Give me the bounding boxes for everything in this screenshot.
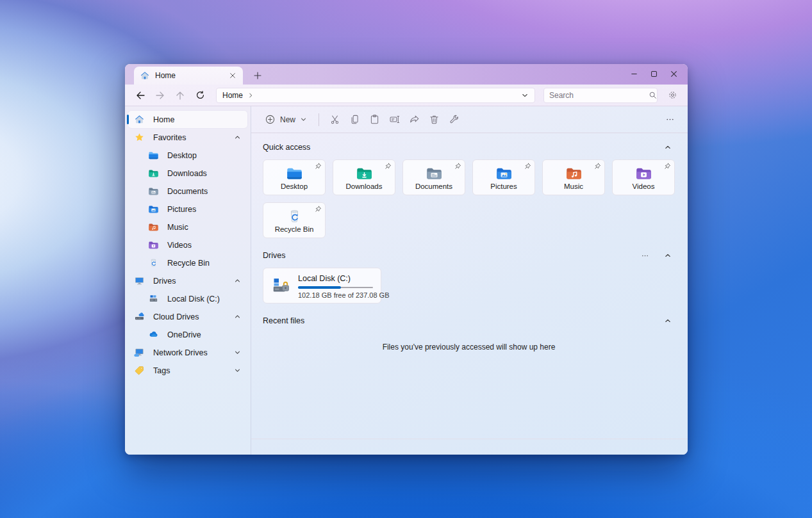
sidebar-item-label: Music xyxy=(167,223,188,232)
address-bar[interactable]: Home xyxy=(216,88,535,103)
quick-access-card-desktop[interactable]: Desktop xyxy=(263,159,326,195)
maximize-icon[interactable] xyxy=(644,65,664,82)
sidebar-item-home[interactable]: Home xyxy=(128,111,247,128)
chevron-up-icon[interactable] xyxy=(234,134,241,141)
chevron-down-icon[interactable] xyxy=(234,349,241,356)
minimize-icon[interactable] xyxy=(624,65,644,82)
collapse-chevron-up-icon[interactable] xyxy=(661,249,675,262)
chevron-down-icon[interactable] xyxy=(234,367,241,374)
sidebar-item-favorites[interactable]: Favorites xyxy=(128,129,247,146)
copy-icon[interactable] xyxy=(345,110,365,129)
toolbar-divider xyxy=(319,113,319,126)
collapse-chevron-up-icon[interactable] xyxy=(661,141,675,154)
status-bar xyxy=(251,439,688,455)
new-button[interactable]: New xyxy=(259,110,313,129)
back-icon[interactable] xyxy=(131,86,149,104)
address-segment[interactable]: Home xyxy=(222,91,243,100)
up-icon[interactable] xyxy=(171,86,189,104)
cut-icon[interactable] xyxy=(325,110,345,129)
section-title: Drives xyxy=(263,251,285,260)
section-more-icon[interactable] xyxy=(638,249,652,262)
sidebar-item-music[interactable]: Music xyxy=(128,218,247,236)
folder-music-icon xyxy=(148,222,159,232)
chevron-down-icon[interactable] xyxy=(521,92,529,99)
sidebar-item-label: Local Disk (C:) xyxy=(167,295,220,304)
cloud-drive-icon xyxy=(134,311,145,322)
delete-icon[interactable] xyxy=(424,110,444,129)
forward-icon[interactable] xyxy=(151,86,169,104)
home-content: Quick access xyxy=(251,133,688,439)
quick-access-card-recycle-bin[interactable]: Recycle Bin xyxy=(263,202,326,238)
new-button-label: New xyxy=(280,115,295,124)
quick-access-card-music[interactable]: Music xyxy=(542,159,605,195)
quick-access-card-downloads[interactable]: Downloads xyxy=(333,159,395,195)
collapse-chevron-up-icon[interactable] xyxy=(661,314,675,327)
sidebar-item-network-drives[interactable]: Network Drives xyxy=(128,344,247,361)
sidebar-item-documents[interactable]: Documents xyxy=(128,182,247,200)
rename-icon[interactable] xyxy=(385,110,404,129)
card-label: Downloads xyxy=(346,182,383,190)
toolbar-more-icon[interactable] xyxy=(660,110,680,129)
chevron-up-icon[interactable] xyxy=(234,277,241,284)
drive-usage-text: 102.18 GB free of 237.08 GB xyxy=(298,291,373,299)
home-icon xyxy=(134,114,145,125)
folder-documents-icon xyxy=(148,186,159,197)
chevron-right-icon xyxy=(247,92,254,99)
sidebar-item-tags[interactable]: Tags xyxy=(128,362,247,379)
share-icon[interactable] xyxy=(404,110,424,129)
recent-files-header: Recent files xyxy=(263,314,675,327)
sidebar-item-downloads[interactable]: Downloads xyxy=(128,165,247,182)
pin-icon[interactable] xyxy=(663,162,672,170)
navigation-bar: Home xyxy=(125,85,688,106)
tab-close-icon[interactable] xyxy=(226,69,239,82)
recent-files-empty-message: Files you've previously accessed will sh… xyxy=(263,343,675,352)
search-box[interactable] xyxy=(543,88,658,103)
sidebar-item-label: Home xyxy=(153,115,174,124)
sidebar-item-label: OneDrive xyxy=(167,330,201,339)
quick-access-card-pictures[interactable]: Pictures xyxy=(472,159,535,195)
drive-name: Local Disk (C:) xyxy=(298,274,351,283)
desktop-wallpaper: Home xyxy=(0,0,812,518)
card-label: Videos xyxy=(633,182,655,190)
drives-grid: Local Disk (C:) 102.18 GB free of 237.08… xyxy=(263,268,675,304)
drive-card-local-disk[interactable]: Local Disk (C:) 102.18 GB free of 237.08… xyxy=(263,268,381,304)
folder-desktop-icon xyxy=(286,165,303,182)
recycle-bin-icon xyxy=(148,257,159,268)
properties-wrench-icon[interactable] xyxy=(444,110,464,129)
close-icon[interactable] xyxy=(664,65,684,82)
new-tab-icon[interactable] xyxy=(249,67,266,84)
sidebar-item-label: Network Drives xyxy=(153,348,208,357)
folder-documents-icon xyxy=(426,165,443,182)
tab-strip: Home xyxy=(125,64,688,85)
sidebar-item-label: Downloads xyxy=(167,169,207,178)
pin-icon[interactable] xyxy=(314,205,322,213)
pin-icon[interactable] xyxy=(314,162,322,170)
sidebar-item-onedrive[interactable]: OneDrive xyxy=(128,326,247,343)
quick-access-card-documents[interactable]: Documents xyxy=(402,159,465,195)
folder-pictures-icon xyxy=(495,165,513,182)
sidebar-item-label: Drives xyxy=(153,277,176,286)
sidebar-item-label: Tags xyxy=(153,366,170,375)
window-controls xyxy=(624,65,684,82)
sidebar-item-pictures[interactable]: Pictures xyxy=(128,200,247,218)
drive-usage-fill xyxy=(298,286,341,289)
chevron-up-icon[interactable] xyxy=(234,313,241,320)
quick-access-card-videos[interactable]: Videos xyxy=(612,159,675,195)
sidebar-item-cloud-drives[interactable]: Cloud Drives xyxy=(128,308,247,325)
settings-gear-icon[interactable] xyxy=(663,86,681,104)
pin-icon[interactable] xyxy=(384,162,392,170)
pin-icon[interactable] xyxy=(524,162,532,170)
sidebar-item-videos[interactable]: Videos xyxy=(128,236,247,254)
sidebar-item-desktop[interactable]: Desktop xyxy=(128,147,247,164)
tab-home[interactable]: Home xyxy=(134,67,243,85)
sidebar-item-recycle-bin[interactable]: Recycle Bin xyxy=(128,254,247,271)
search-input[interactable] xyxy=(549,91,649,100)
pin-icon[interactable] xyxy=(454,162,462,170)
sidebar-item-drives[interactable]: Drives xyxy=(128,272,247,289)
pin-icon[interactable] xyxy=(593,162,602,170)
home-icon xyxy=(140,70,150,81)
refresh-icon[interactable] xyxy=(191,86,209,104)
sidebar-item-local-disk[interactable]: Local Disk (C:) xyxy=(128,290,247,307)
paste-icon[interactable] xyxy=(365,110,385,129)
folder-videos-icon xyxy=(635,165,652,182)
